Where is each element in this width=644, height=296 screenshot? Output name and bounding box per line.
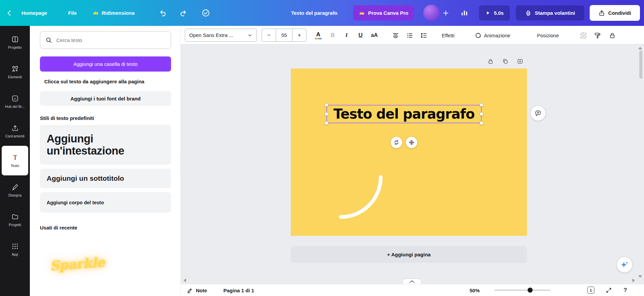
help-button[interactable]: ?: [624, 284, 627, 296]
sidebar-item-progetti[interactable]: Progetti: [2, 205, 28, 235]
comment-icon: [534, 110, 542, 117]
help-label: ?: [624, 287, 627, 294]
style-card-heading[interactable]: Aggiungi un'intestazione: [40, 125, 171, 165]
text-toolbar: Open Sans Extra ... − 55 + A B I U aA Ef…: [181, 26, 644, 44]
selected-text-element[interactable]: Testo del paragrafo: [326, 105, 482, 123]
redo-button[interactable]: [179, 0, 188, 26]
comment-button[interactable]: [531, 106, 545, 121]
scroll-right-arrow[interactable]: [632, 278, 635, 283]
grid-view-label: 1: [590, 288, 592, 292]
sidebar-item-progetto[interactable]: Progetto: [2, 28, 28, 57]
save-status-button[interactable]: [201, 0, 210, 26]
copy-style-button[interactable]: [591, 29, 603, 41]
resize-handle-bottom-right[interactable]: [480, 121, 483, 125]
text-color-button[interactable]: A: [312, 29, 324, 41]
lock-button[interactable]: [606, 29, 618, 41]
text-panel: Aggiungi una casella di testo Clicca sul…: [30, 26, 181, 296]
add-textbox-button[interactable]: Aggiungi una casella di testo: [40, 56, 171, 72]
zoom-slider[interactable]: [494, 290, 550, 291]
move-handle[interactable]: [406, 137, 417, 148]
notes-button[interactable]: Note: [186, 284, 207, 296]
resize-handle-bottom-left[interactable]: [325, 121, 328, 125]
search-box[interactable]: [40, 31, 171, 49]
sidebar-item-label: Testo: [11, 164, 19, 168]
spacing-button[interactable]: [418, 29, 430, 41]
add-member-button[interactable]: [442, 0, 449, 26]
apps-grid-icon: [11, 243, 19, 250]
design-page[interactable]: Testo del paragrafo: [291, 69, 527, 236]
transparency-button[interactable]: [577, 29, 589, 41]
homepage-link[interactable]: Homepage: [21, 0, 47, 26]
italic-button[interactable]: I: [340, 29, 353, 41]
undo-button[interactable]: [158, 0, 167, 26]
scroll-down-arrow[interactable]: [638, 275, 642, 278]
print-flyers-button[interactable]: Stampa volantini: [516, 5, 584, 20]
animation-button[interactable]: Animazione: [475, 29, 510, 41]
sidebar-item-caricamenti[interactable]: Caricamenti: [2, 116, 28, 146]
avatar[interactable]: [423, 5, 439, 21]
expand-timeline-button[interactable]: [403, 279, 421, 284]
bullet-list-icon: [406, 32, 413, 39]
zoom-slider-knob[interactable]: [528, 288, 533, 293]
style-card-body[interactable]: Aggiungi corpo del testo: [40, 192, 171, 213]
effects-button[interactable]: Effetti: [442, 29, 454, 41]
text-case-button[interactable]: aA: [368, 29, 380, 41]
sidebar-item-disegna[interactable]: Disegna: [2, 175, 28, 205]
vertical-scrollbar-thumb[interactable]: [639, 50, 642, 79]
alignment-button[interactable]: [389, 29, 401, 41]
share-icon: [598, 10, 605, 16]
rotate-handle[interactable]: [391, 137, 402, 148]
sidebar-item-testo[interactable]: T Testo: [2, 146, 28, 175]
play-icon: [485, 10, 491, 16]
printer-icon: [525, 10, 532, 16]
fullscreen-button[interactable]: [605, 284, 612, 296]
file-menu[interactable]: File: [68, 0, 77, 26]
resize-handle-top-left[interactable]: [325, 103, 328, 107]
sidebar-item-elementi[interactable]: Elementi: [2, 57, 28, 87]
sparkle-icon: [620, 260, 629, 269]
move-icon: [409, 139, 415, 145]
canvas-text: Testo del paragrafo: [327, 105, 481, 122]
plus-icon: [442, 9, 449, 17]
duplicate-page-button[interactable]: [501, 57, 509, 65]
draw-icon: [11, 183, 19, 191]
sidebar-item-app[interactable]: App: [2, 235, 28, 264]
page-lock-button[interactable]: [486, 57, 494, 65]
resize-handle-middle-right[interactable]: [480, 112, 483, 116]
share-button[interactable]: Condividi: [590, 5, 640, 21]
try-pro-button[interactable]: Prova Canva Pro: [353, 5, 414, 20]
document-title[interactable]: Testo del paragrafo: [291, 0, 337, 26]
insights-button[interactable]: [460, 0, 469, 26]
design-icon: [11, 36, 19, 43]
list-button[interactable]: [404, 29, 416, 41]
scroll-left-arrow[interactable]: [183, 278, 186, 283]
svg-text:T: T: [13, 154, 17, 161]
recent-style-sparkle[interactable]: Sparkle: [50, 254, 105, 273]
scroll-up-arrow[interactable]: [638, 46, 642, 50]
resize-handle-middle-left[interactable]: [325, 112, 328, 116]
font-size-increase-button[interactable]: +: [292, 29, 306, 41]
add-brand-fonts-button[interactable]: Aggiungi i tuoi font del brand: [40, 91, 171, 106]
duration-label: 5.0s: [494, 10, 503, 16]
add-page-button[interactable]: + Aggiungi pagina: [291, 246, 527, 263]
search-input[interactable]: [56, 37, 166, 43]
duration-button[interactable]: 5.0s: [479, 5, 510, 20]
style-card-subtitle[interactable]: Aggiungi un sottotitolo: [40, 169, 171, 188]
resize-button[interactable]: Ridimensiona: [93, 0, 135, 26]
grid-view-button[interactable]: 1: [587, 287, 594, 294]
curve-element[interactable]: [291, 69, 527, 236]
back-button[interactable]: [5, 0, 13, 26]
resize-handle-top-right[interactable]: [480, 103, 483, 107]
position-button[interactable]: Posizione: [537, 29, 559, 41]
animation-label: Animazione: [484, 33, 510, 38]
font-family-select[interactable]: Open Sans Extra ...: [185, 29, 257, 42]
sidebar-item-brand-hub[interactable]: co. Hub del Br...: [2, 87, 28, 116]
underline-button[interactable]: U: [355, 29, 367, 41]
font-size-decrease-button[interactable]: −: [262, 29, 276, 41]
font-size-value[interactable]: 55: [276, 29, 292, 41]
search-icon: [45, 37, 52, 44]
add-page-icon-button[interactable]: [516, 57, 524, 65]
magic-assistant-button[interactable]: [617, 257, 632, 272]
bold-button[interactable]: B: [327, 29, 339, 41]
chevron-left-icon: [5, 9, 13, 17]
